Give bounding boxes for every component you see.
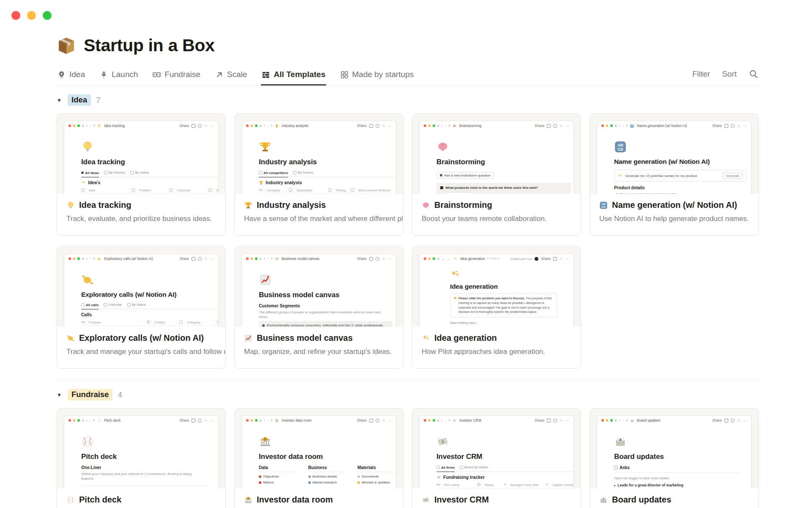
minimize-window-dot[interactable]: [27, 11, 36, 20]
template-card-investor-data-room[interactable]: ≡‹›+ Investor data room Share☆··· Invest…: [234, 408, 403, 508]
close-window-dot[interactable]: [11, 11, 20, 20]
arrow-up-right-icon: [215, 70, 224, 79]
star-icon: ☆: [737, 124, 741, 128]
abcd-emoji-icon: [614, 141, 627, 153]
mini-subheading: One-Liner: [81, 465, 218, 470]
section-header-fundraise: ▼ Fundraise 4: [57, 389, 759, 400]
star-icon: ☆: [560, 257, 563, 261]
mini-titlebar: ≡‹›+ Business model canvas Share☆···: [242, 254, 396, 262]
table-icon: [436, 466, 440, 469]
comment-icon: [547, 419, 551, 422]
plus-icon: +: [271, 124, 273, 128]
mini-page-title: Board updates: [637, 418, 660, 422]
brain-emoji-icon: [422, 201, 430, 210]
tab-all-templates[interactable]: All Templates: [261, 66, 326, 86]
comment-icon: [192, 419, 195, 422]
page-header: Startup in a Box: [57, 36, 759, 55]
mini-caption: Define your company and your mission in …: [81, 472, 204, 481]
lightbulb-icon: [57, 70, 66, 79]
forward-icon: ›: [445, 124, 446, 128]
card-description: How Pilot approaches idea generation.: [422, 348, 581, 356]
back-icon: ‹: [264, 124, 265, 128]
clock-icon: [731, 124, 735, 128]
template-card-exploratory-calls[interactable]: ≡‹›+ Exploratory calls (w/ Notion AI) Sh…: [57, 246, 226, 369]
template-card-pitch-deck[interactable]: ≡‹›+ Pitch deck Share☆··· Pitch deck One…: [57, 408, 226, 508]
search-icon[interactable]: [749, 69, 759, 79]
menu-icon: ≡: [437, 124, 439, 128]
more-icon: ···: [743, 419, 747, 422]
mini-window-preview: ≡‹›+ Brainstorming Share☆··· Brainstormi…: [420, 121, 573, 194]
forward-icon: ›: [623, 124, 624, 128]
back-icon: ‹: [442, 124, 443, 128]
card-title: Board updates: [612, 495, 671, 505]
template-card-idea-tracking[interactable]: ≡‹›+ Idea tracking Share☆··· Idea tracki…: [57, 113, 226, 236]
back-icon: ‹: [86, 124, 88, 128]
status-icon: [477, 483, 480, 486]
mini-titlebar: ≡‹›+ Investor CRM Share☆···: [420, 416, 573, 424]
mini-zoom-dot: [77, 124, 80, 127]
card-footer: Investor data room: [235, 489, 403, 508]
dart-icon: [259, 475, 261, 478]
avatar: [535, 257, 538, 261]
trophy-emoji-icon: [259, 141, 272, 153]
share-label: Share: [712, 124, 722, 128]
plus-icon: +: [448, 419, 450, 422]
chart-increasing-emoji-icon: [259, 273, 272, 286]
card-title: Investor data room: [257, 495, 333, 505]
comment-icon: [369, 419, 373, 422]
mini-heading: Investor data room: [259, 453, 396, 461]
sparkles-emoji-icon: [618, 174, 623, 178]
sparkles-emoji-icon: [450, 269, 460, 279]
tab-scale[interactable]: Scale: [214, 66, 248, 86]
comment-icon: [369, 257, 373, 261]
template-card-name-generation[interactable]: ≡‹›+ Name generation (w/ Notion AI) Shar…: [590, 113, 759, 236]
incoming-envelope-emoji-icon: [599, 496, 608, 504]
brain-emoji-icon: [453, 124, 456, 128]
mini-subheading: Asks: [614, 465, 741, 473]
card-preview: ≡‹›+ Investor data room Share☆··· Invest…: [235, 409, 403, 489]
more-icon: ···: [388, 124, 392, 128]
card-footer: Name generation (w/ Notion AI) Use Notio…: [590, 194, 758, 235]
forward-icon: ›: [90, 419, 91, 422]
tab-fundraise[interactable]: Fundraise: [152, 66, 201, 86]
template-card-business-model-canvas[interactable]: ≡‹›+ Business model canvas Share☆··· Bus…: [234, 246, 403, 369]
menu-icon: ≡: [437, 419, 439, 422]
more-icon: ···: [210, 257, 214, 261]
card-title: Exploratory calls (w/ Notion AI): [79, 333, 204, 343]
collapse-toggle-icon[interactable]: ▼: [57, 392, 68, 398]
card-footer: Pitch deck: [57, 489, 225, 508]
back-icon: ‹: [619, 419, 620, 422]
more-icon: ···: [210, 419, 214, 422]
generate-button: Generate: [723, 172, 743, 179]
filter-button[interactable]: Filter: [692, 69, 710, 79]
tab-made-by-startups[interactable]: Made by startups: [340, 66, 414, 86]
forward-icon: ›: [623, 419, 624, 422]
card-footer: Brainstorming Boost your teams remote co…: [412, 194, 581, 235]
template-card-industry-analysis[interactable]: ≡‹›+ Industry analysis Share☆··· Industr…: [234, 113, 403, 236]
card-footer: Idea generation How Pilot approaches ide…: [412, 327, 581, 368]
back-icon: ‹: [264, 419, 265, 422]
tab-idea[interactable]: Idea: [57, 66, 85, 86]
mini-page-title: Pitch deck: [104, 418, 121, 422]
clock-icon: [198, 419, 202, 422]
collapse-toggle-icon[interactable]: ▼: [57, 97, 68, 103]
comment-icon: [553, 257, 557, 261]
zoom-window-dot[interactable]: [43, 11, 52, 20]
more-icon: ···: [565, 419, 569, 422]
table-icon: [81, 303, 85, 306]
template-card-board-updates[interactable]: ≡‹›+ Board updates Share☆··· Board updat…: [590, 408, 759, 508]
template-card-idea-generation[interactable]: ≡←→ Idea generation Private ▾ Edited jus…: [412, 246, 581, 369]
template-card-investor-crm[interactable]: ≡‹›+ Investor CRM Share☆··· Investor CRM…: [412, 408, 581, 508]
add-an-idea-button: Add an idea: [445, 192, 475, 194]
calendar-icon: [104, 303, 107, 306]
sort-button[interactable]: Sort: [722, 69, 737, 79]
tab-launch[interactable]: Launch: [99, 66, 138, 86]
template-card-brainstorming[interactable]: ≡‹›+ Brainstorming Share☆··· Brainstormi…: [412, 113, 581, 236]
card-preview: ≡‹›+ Business model canvas Share☆··· Bus…: [235, 247, 403, 327]
clock-icon: [376, 419, 379, 422]
callout-block: Please state the problem you want to dis…: [450, 293, 557, 318]
mini-window-preview: ≡‹›+ Idea tracking Share☆··· Idea tracki…: [64, 121, 218, 194]
back-icon: ←: [442, 257, 445, 261]
lightbulb-emoji-icon: [97, 124, 101, 128]
clock-icon: [731, 419, 735, 422]
